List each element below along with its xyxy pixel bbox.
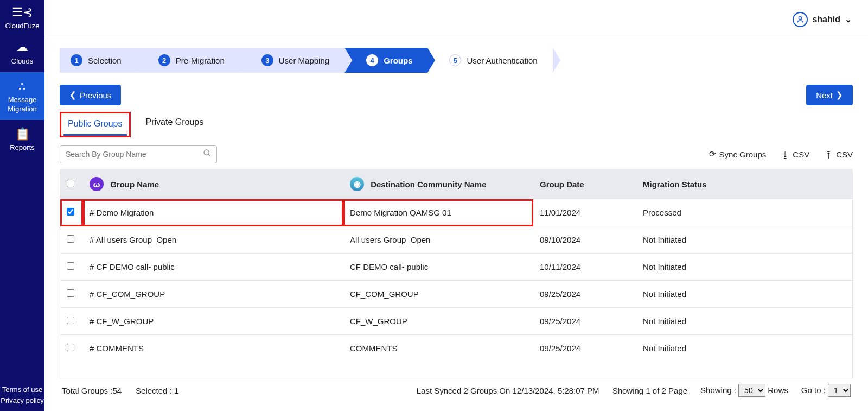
row-checkbox[interactable] [67, 262, 74, 270]
row-checkbox[interactable] [67, 235, 74, 243]
sidebar-item-clouds[interactable]: ☁ Clouds [0, 33, 44, 72]
row-checkbox[interactable] [67, 317, 74, 324]
column-header-group-name: Group Name [110, 180, 159, 189]
destination-icon: ◉ [350, 177, 364, 191]
step-user-authentication[interactable]: 5 User Authentication [427, 48, 552, 73]
sidebar-item-label: Reports [10, 143, 35, 151]
group-name-cell: # CF DEMO call- public [90, 262, 175, 271]
group-name-cell: # CF_COM_GROUP [90, 289, 165, 299]
group-name-cell: # Demo Migration [90, 208, 154, 217]
sidebar: ☰⊰ CloudFuze ☁ Clouds ⛬ Message Migratio… [0, 0, 44, 411]
select-all-checkbox[interactable] [67, 180, 74, 187]
last-synced-text: Last Synced 2 Groups On 12/13/2024, 5:28… [417, 386, 599, 395]
tab-public-groups[interactable]: Public Groups [63, 113, 127, 136]
column-header-status: Migration Status [643, 180, 707, 189]
group-name-cell: # CF_W_GROUP [90, 317, 154, 326]
migration-status-cell: Processed [643, 208, 681, 217]
csv-upload-button[interactable]: ⭱ CSV [825, 150, 853, 159]
migration-status-cell: Not Initiated [643, 262, 686, 271]
previous-button[interactable]: ❮ Previous [60, 85, 121, 105]
button-label: Previous [80, 91, 111, 100]
svg-point-0 [799, 16, 802, 19]
table-row: # CF_COM_GROUPCF_COM_GROUP09/25/2024Not … [60, 281, 852, 308]
avatar-icon [793, 12, 808, 27]
row-checkbox[interactable] [67, 344, 74, 351]
destination-cell: CF_COM_GROUP [350, 289, 419, 299]
step-label: Groups [384, 56, 412, 65]
sidebar-item-message-migration[interactable]: ⛬ Message Migration [0, 72, 44, 120]
sync-groups-button[interactable]: ⟳ Sync Groups [709, 149, 767, 159]
goto-select[interactable]: 1 [828, 384, 851, 397]
cloud-icon: ☁ [1, 40, 43, 55]
button-label: Next [816, 91, 833, 100]
svg-point-1 [204, 150, 209, 155]
goto-page: Go to : 1 [801, 384, 851, 397]
svg-line-2 [208, 154, 210, 156]
group-tabs: Public Groups Private Groups [60, 112, 853, 137]
table-row: # All users Group_OpenAll users Group_Op… [60, 226, 852, 254]
step-number: 1 [71, 54, 82, 66]
search-input[interactable] [60, 145, 217, 163]
step-number: 2 [158, 54, 170, 66]
migration-status-cell: Not Initiated [643, 344, 686, 353]
download-icon: ⭳ [781, 150, 789, 159]
csv-download-button[interactable]: ⭳ CSV [781, 150, 809, 159]
groups-table: ω Group Name ◉ Destination Community Nam… [60, 169, 852, 362]
brand-label: CloudFuze [5, 22, 40, 30]
group-name-cell: # COMMENTS [90, 344, 144, 353]
group-date-cell: 09/10/2024 [540, 235, 580, 244]
group-date-cell: 09/25/2024 [540, 317, 580, 326]
stepper: 1 Selection 2 Pre-Migration 3 User Mappi… [60, 48, 853, 73]
step-number: 4 [366, 54, 378, 66]
upload-icon: ⭱ [825, 150, 833, 159]
row-checkbox[interactable] [67, 208, 74, 216]
brand-logo-icon: ☰⊰ [5, 5, 40, 20]
table-row: # CF DEMO call- publicCF DEMO call- publ… [60, 254, 852, 281]
table-row: # Demo MigrationDemo Migration QAMSG 011… [60, 199, 852, 226]
groups-table-wrap: ω Group Name ◉ Destination Community Nam… [60, 169, 853, 378]
username: shahid [812, 15, 840, 24]
group-date-cell: 10/11/2024 [540, 262, 580, 271]
group-name-cell: # All users Group_Open [90, 235, 176, 244]
privacy-link[interactable]: Privacy policy [0, 395, 44, 406]
toolbar-label: Sync Groups [719, 150, 767, 159]
sidebar-footer: Terms of use Privacy policy [0, 384, 44, 406]
table-row: # CF_W_GROUPCF_W_GROUP09/25/2024Not Init… [60, 308, 852, 335]
step-pre-migration[interactable]: 2 Pre-Migration [137, 48, 240, 73]
migration-status-cell: Not Initiated [643, 289, 686, 299]
rows-per-page: Showing : 50 Rows [700, 384, 788, 397]
step-label: Pre-Migration [176, 56, 225, 65]
chevron-right-icon: ❯ [836, 90, 843, 100]
table-row: # COMMENTSCOMMENTS09/25/2024Not Initiate… [60, 335, 852, 362]
sidebar-item-reports[interactable]: 📋 Reports [0, 120, 44, 159]
toolbar-label: CSV [836, 150, 853, 159]
chevron-left-icon: ❮ [69, 90, 76, 100]
user-menu[interactable]: shahid ⌄ [793, 12, 852, 27]
step-user-mapping[interactable]: 3 User Mapping [240, 48, 344, 73]
step-label: User Authentication [467, 56, 537, 65]
total-groups: Total Groups :54 [62, 386, 122, 395]
step-groups[interactable]: 4 Groups [344, 48, 427, 73]
tab-private-groups[interactable]: Private Groups [142, 112, 208, 137]
step-selection[interactable]: 1 Selection [60, 48, 137, 73]
search-icon[interactable] [203, 149, 212, 160]
step-label: Selection [88, 56, 122, 65]
next-button[interactable]: Next ❯ [806, 85, 853, 105]
brand: ☰⊰ CloudFuze [5, 5, 40, 30]
migration-status-cell: Not Initiated [643, 235, 686, 244]
terms-link[interactable]: Terms of use [0, 384, 44, 395]
step-label: User Mapping [279, 56, 329, 65]
topbar: shahid ⌄ [44, 0, 868, 39]
table-footer: Total Groups :54 Selected : 1 Last Synce… [60, 378, 853, 402]
destination-cell: Demo Migration QAMSG 01 [350, 208, 451, 217]
group-source-icon: ω [90, 177, 104, 191]
step-number: 3 [261, 54, 273, 66]
page-info: Showing 1 of 2 Page [612, 386, 687, 395]
row-checkbox[interactable] [67, 289, 74, 297]
step-number: 5 [449, 54, 461, 66]
clipboard-icon: 📋 [1, 127, 43, 142]
column-header-destination: Destination Community Name [371, 180, 486, 189]
rows-select[interactable]: 50 [738, 384, 765, 397]
refresh-icon: ⟳ [709, 149, 716, 159]
destination-cell: CF DEMO call- public [350, 262, 428, 271]
